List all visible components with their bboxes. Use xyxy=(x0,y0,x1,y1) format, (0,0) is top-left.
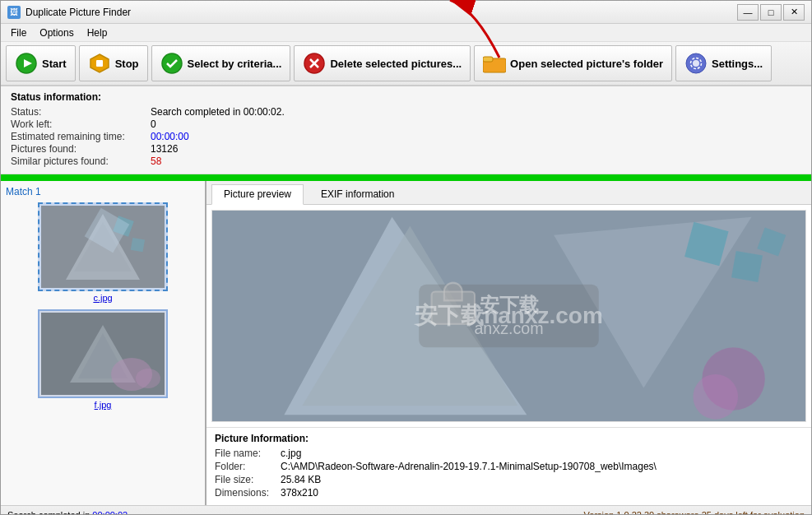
image-preview-1 xyxy=(41,206,165,288)
delete-icon xyxy=(303,52,326,75)
window-title: Duplicate Picture Finder xyxy=(26,7,131,18)
open-folder-button[interactable]: Open selected picture's folder xyxy=(474,45,672,81)
svg-point-23 xyxy=(136,369,160,388)
info-value-dimensions: 378x210 xyxy=(281,487,803,499)
info-value-filesize: 25.84 KB xyxy=(281,474,803,485)
picture-info: Picture Information: File name: c.jpg Fo… xyxy=(206,427,811,505)
info-label-filesize: File size: xyxy=(215,474,281,485)
info-label-folder: Folder: xyxy=(215,461,281,472)
status-label-2: Estimated remaining time: xyxy=(11,131,151,142)
progress-bar xyxy=(1,174,811,181)
status-title: Status information: xyxy=(11,91,801,103)
title-bar-left: 🖼 Duplicate Picture Finder xyxy=(7,6,131,19)
info-label-dimensions: Dimensions: xyxy=(215,487,281,499)
list-item[interactable]: f.jpg xyxy=(6,309,200,410)
image-preview-2 xyxy=(41,313,165,395)
select-icon xyxy=(160,52,183,75)
status-label-1: Work left: xyxy=(11,118,151,130)
select-criteria-button[interactable]: Select by criteria... xyxy=(151,45,291,81)
menu-bar: File Options Help xyxy=(1,24,811,42)
picture-info-title: Picture Information: xyxy=(215,433,803,444)
start-icon xyxy=(15,52,38,75)
title-bar: 🖼 Duplicate Picture Finder — □ ✕ xyxy=(1,1,811,24)
preview-image-area: 安下载 anxz.com xyxy=(211,210,806,422)
svg-point-4 xyxy=(162,53,182,73)
match-title: Match 1 xyxy=(6,186,200,197)
status-label-0: Status: xyxy=(11,106,151,118)
status-label-3: Pictures found: xyxy=(11,143,151,155)
close-button[interactable]: ✕ xyxy=(783,4,805,21)
status-bar: Search completed in 00:00:02. Version 1.… xyxy=(1,505,811,515)
preview-tabs: Picture preview EXIF information xyxy=(206,181,811,205)
svg-text:anxz.com: anxz.com xyxy=(474,319,543,337)
svg-rect-29 xyxy=(731,251,763,282)
info-value-filename: c.jpg xyxy=(281,448,803,459)
folder-icon xyxy=(483,52,506,75)
large-preview-image: 安下载 anxz.com xyxy=(212,211,805,421)
svg-rect-3 xyxy=(96,60,103,67)
svg-rect-18 xyxy=(131,238,145,252)
delete-button[interactable]: Delete selected pictures... xyxy=(294,45,471,81)
status-bar-right: Version 1.0.22.30 shareware 25 days left… xyxy=(584,510,805,516)
stop-button[interactable]: Stop xyxy=(79,45,148,81)
title-bar-controls: — □ ✕ xyxy=(737,4,805,21)
settings-icon xyxy=(684,52,708,75)
status-bar-time: 00:00:02. xyxy=(92,510,130,516)
settings-button[interactable]: Settings... xyxy=(675,45,772,81)
right-panel: Picture preview EXIF information xyxy=(206,181,811,505)
stop-icon xyxy=(88,52,111,75)
menu-help[interactable]: Help xyxy=(81,26,114,40)
svg-point-11 xyxy=(693,60,699,67)
maximize-button[interactable]: □ xyxy=(760,4,782,21)
svg-text:安下载: 安下载 xyxy=(478,294,539,316)
status-panel: Status information: Status: Search compl… xyxy=(1,86,811,174)
status-bar-left: Search completed in 00:00:02. xyxy=(7,510,130,516)
list-item[interactable]: c.jpg xyxy=(6,202,200,303)
main-content: Match 1 c.jpg xyxy=(1,181,811,505)
toolbar: Start Stop Select by criteria... De xyxy=(1,42,811,86)
image-thumb-2[interactable] xyxy=(38,309,168,398)
status-grid: Status: Search completed in 00:00:02. Wo… xyxy=(11,106,801,167)
status-value-1: 0 xyxy=(151,118,801,130)
image-label-2[interactable]: f.jpg xyxy=(6,400,200,410)
image-label-1[interactable]: c.jpg xyxy=(6,293,200,303)
info-grid: File name: c.jpg Folder: C:\AMD\Radeon-S… xyxy=(215,448,803,499)
minimize-button[interactable]: — xyxy=(737,4,759,21)
svg-point-32 xyxy=(693,374,738,420)
status-value-0: Search completed in 00:00:02. xyxy=(151,106,801,118)
status-value-3: 13126 xyxy=(151,143,801,155)
menu-options[interactable]: Options xyxy=(33,26,80,40)
app-icon: 🖼 xyxy=(7,6,21,19)
info-value-folder: C:\AMD\Radeon-Software-Adrenalin-2019-19… xyxy=(281,461,803,472)
start-button[interactable]: Start xyxy=(6,45,76,81)
status-value-4: 58 xyxy=(151,155,801,167)
status-bar-text: Search completed in xyxy=(7,510,92,516)
svg-rect-9 xyxy=(483,57,493,62)
left-panel[interactable]: Match 1 c.jpg xyxy=(1,181,206,505)
tab-picture-preview[interactable]: Picture preview xyxy=(211,184,304,205)
menu-file[interactable]: File xyxy=(4,26,33,40)
status-label-4: Similar pictures found: xyxy=(11,155,151,167)
info-label-filename: File name: xyxy=(215,448,281,459)
tab-exif[interactable]: EXIF information xyxy=(309,184,406,204)
image-thumb-1[interactable] xyxy=(38,202,168,291)
status-value-2: 00:00:00 xyxy=(151,131,801,142)
